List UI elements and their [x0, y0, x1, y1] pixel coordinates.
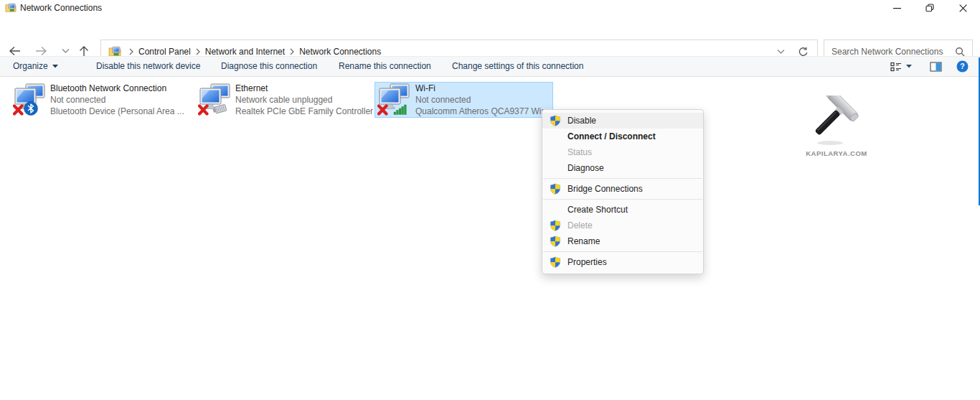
menu-item-label: Diagnose — [567, 163, 604, 173]
diagnose-connection-command[interactable]: Diagnose this connection — [221, 57, 317, 76]
search-input[interactable] — [831, 47, 955, 57]
menu-item-label: Properties — [567, 257, 607, 267]
menu-item-label: Connect / Disconnect — [567, 131, 656, 141]
view-list-icon — [890, 62, 902, 72]
menu-icon-spacer — [550, 146, 561, 158]
dropdown-caret-icon — [906, 65, 912, 68]
menu-item-label: Delete — [567, 220, 593, 231]
connection-name: Ethernet — [235, 83, 373, 94]
close-button[interactable] — [946, 0, 979, 16]
minimize-icon — [893, 4, 901, 12]
menu-item-diagnose[interactable]: Diagnose — [542, 160, 703, 176]
change-settings-command[interactable]: Change settings of this connection — [452, 57, 583, 76]
preview-pane-button[interactable] — [930, 57, 942, 76]
menu-item-label: Disable — [567, 116, 596, 126]
forward-icon — [34, 45, 47, 57]
menu-item-label: Create Shortcut — [567, 205, 628, 215]
menu-separator — [543, 251, 702, 252]
chevron-down-icon — [62, 48, 70, 54]
menu-item-rename[interactable]: Rename — [542, 233, 703, 249]
breadcrumb-separator-icon — [289, 48, 295, 55]
restore-icon — [925, 4, 934, 12]
svg-text:?: ? — [960, 62, 964, 70]
disable-device-command[interactable]: Disable this network device — [96, 57, 200, 76]
breadcrumb-separator-icon — [195, 48, 201, 55]
navigation-bar: Control Panel Network and Internet Netwo… — [0, 16, 980, 56]
menu-separator — [543, 199, 702, 200]
menu-item-label: Rename — [567, 236, 600, 246]
menu-separator — [543, 178, 702, 179]
ethernet-network-icon — [198, 83, 232, 116]
connection-item-wifi[interactable]: Wi-Fi Not connected Qualcomm Atheros QCA… — [374, 82, 553, 118]
organize-button[interactable]: Organize — [13, 57, 58, 76]
connection-name: Bluetooth Network Connection — [50, 83, 189, 94]
menu-item-label: Bridge Connections — [567, 184, 643, 194]
menu-icon-spacer — [550, 204, 561, 215]
connection-name: Wi-Fi — [415, 83, 551, 94]
search-icon[interactable] — [955, 47, 965, 57]
breadcrumb-separator-icon — [128, 48, 134, 55]
up-arrow-icon — [78, 45, 90, 57]
connection-device: Qualcomm Atheros QCA9377 Wir — [415, 106, 551, 117]
uac-shield-icon — [550, 256, 561, 268]
back-icon — [9, 45, 22, 57]
rename-connection-command[interactable]: Rename this connection — [339, 57, 431, 76]
change-view-button[interactable] — [890, 57, 912, 76]
uac-shield-icon — [550, 115, 561, 126]
close-icon — [959, 4, 967, 12]
uac-shield-icon — [550, 183, 561, 195]
connection-status: Not connected — [415, 94, 551, 106]
window-title: Network Connections — [20, 3, 102, 13]
help-icon: ? — [956, 60, 969, 73]
breadcrumb-control-panel[interactable]: Control Panel — [137, 47, 192, 57]
menu-icon-spacer — [550, 162, 561, 174]
organize-label: Organize — [13, 57, 48, 76]
watermark-text: KAPILARYA.COM — [801, 149, 872, 157]
app-icon — [5, 2, 17, 14]
dropdown-caret-icon — [52, 65, 58, 68]
uac-shield-icon — [550, 236, 561, 247]
connection-status: Network cable unplugged — [235, 94, 373, 106]
breadcrumb-network-and-internet[interactable]: Network and Internet — [204, 47, 286, 57]
menu-item-disable[interactable]: Disable — [542, 113, 703, 129]
menu-item-label: Status — [567, 147, 592, 157]
title-bar: Network Connections — [0, 0, 980, 16]
bluetooth-network-icon — [13, 83, 47, 116]
preview-pane-icon — [930, 62, 942, 72]
connection-device: Realtek PCIe GbE Family Controller — [235, 106, 373, 117]
menu-item-delete[interactable]: Delete — [542, 218, 703, 233]
restore-button[interactable] — [913, 0, 946, 16]
watermark: KAPILARYA.COM — [801, 96, 872, 157]
menu-item-bridge-connections[interactable]: Bridge Connections — [542, 181, 703, 197]
wifi-network-icon — [377, 83, 412, 116]
menu-item-properties[interactable]: Properties — [542, 254, 703, 270]
connection-item-ethernet[interactable]: Ethernet Network cable unplugged Realtek… — [195, 82, 374, 118]
hammer-icon — [809, 96, 864, 147]
context-menu: Disable Connect / Disconnect Status Diag… — [542, 109, 704, 274]
help-button[interactable]: ? — [956, 57, 969, 76]
connection-status: Not connected — [50, 94, 189, 106]
connection-device: Bluetooth Device (Personal Area ... — [50, 106, 189, 117]
address-dropdown-icon[interactable] — [777, 49, 785, 55]
menu-item-status[interactable]: Status — [542, 144, 703, 160]
minimize-button[interactable] — [880, 0, 913, 16]
breadcrumb-network-connections[interactable]: Network Connections — [298, 47, 382, 57]
connection-item-bluetooth[interactable]: Bluetooth Network Connection Not connect… — [10, 82, 191, 118]
menu-icon-spacer — [550, 131, 561, 142]
menu-item-connect-disconnect[interactable]: Connect / Disconnect — [542, 129, 703, 144]
command-toolbar: Organize Disable this network device Dia… — [0, 56, 980, 77]
menu-item-create-shortcut[interactable]: Create Shortcut — [542, 202, 703, 218]
uac-shield-icon — [550, 220, 561, 231]
